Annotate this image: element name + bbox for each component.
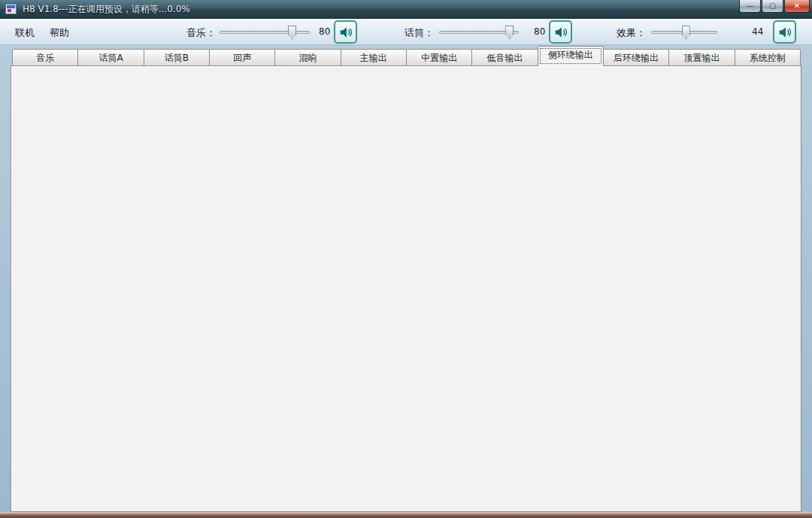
speaker-icon — [777, 25, 792, 40]
title-bar[interactable]: H8 V1.8---正在调用预设，请稍等...0.0% — ▢ ✕ — [0, 0, 812, 19]
tab-低音输出[interactable]: 低音输出 — [471, 49, 538, 66]
effect-speaker-button[interactable] — [773, 20, 796, 44]
effect-volume-slider-thumb[interactable] — [682, 26, 690, 40]
tab-系统控制[interactable]: 系统控制 — [735, 49, 801, 66]
close-button[interactable]: ✕ — [784, 0, 810, 13]
speaker-icon — [338, 25, 353, 40]
music-speaker-button[interactable] — [334, 20, 357, 44]
tab-回声[interactable]: 回声 — [209, 49, 275, 66]
minimize-icon: — — [747, 2, 754, 10]
minimize-button[interactable]: — — [739, 0, 761, 13]
menu-item-connect[interactable]: 联机 — [11, 25, 39, 41]
close-icon: ✕ — [794, 2, 800, 10]
maximize-button[interactable]: ▢ — [762, 0, 783, 13]
tab-话筒B[interactable]: 话筒B — [144, 49, 210, 66]
desktop-strip — [0, 512, 812, 518]
music-volume-value: 80 — [319, 26, 330, 37]
menu-item-help[interactable]: 帮助 — [45, 25, 74, 41]
tab-中置输出[interactable]: 中置输出 — [406, 49, 472, 66]
mic-speaker-button[interactable] — [549, 20, 572, 44]
mic-volume-label: 话筒： — [404, 26, 434, 40]
music-volume-label: 音乐： — [186, 26, 216, 40]
tab-侧环绕输出[interactable]: 侧环绕输出 — [538, 46, 604, 66]
mic-volume-slider-thumb[interactable] — [505, 26, 514, 40]
maximize-icon: ▢ — [769, 2, 776, 10]
tab-主输出[interactable]: 主输出 — [341, 49, 407, 66]
mic-volume-value: 80 — [534, 26, 545, 37]
app-icon — [5, 4, 17, 14]
window-title: H8 V1.8---正在调用预设，请稍等...0.0% — [23, 3, 190, 16]
music-volume-slider[interactable] — [220, 31, 310, 34]
menu-bar: 联机 帮助 音乐：80话筒：80效果：44 — [0, 19, 812, 45]
tab-话筒A[interactable]: 话筒A — [77, 49, 144, 66]
tab-strip: 音乐话筒A话筒B回声混响主输出中置输出低音输出侧环绕输出后环绕输出顶置输出系统控… — [12, 47, 800, 66]
music-volume-slider-thumb[interactable] — [288, 26, 296, 40]
tab-混响[interactable]: 混响 — [274, 49, 341, 66]
main-panel — [11, 65, 801, 512]
tab-顶置输出[interactable]: 顶置输出 — [668, 49, 735, 66]
speaker-icon — [553, 25, 568, 40]
tab-后环绕输出[interactable]: 后环绕输出 — [603, 49, 669, 66]
effect-volume-value: 44 — [752, 26, 763, 37]
effect-volume-label: 效果： — [617, 26, 646, 40]
tab-音乐[interactable]: 音乐 — [12, 49, 78, 66]
